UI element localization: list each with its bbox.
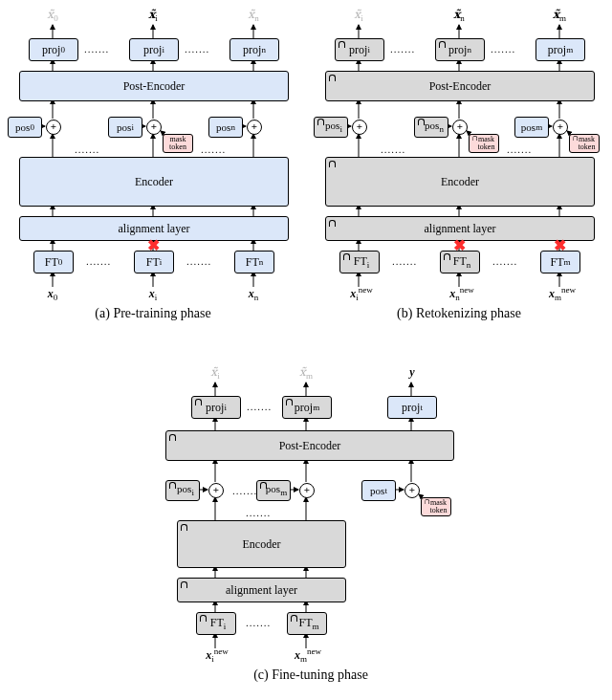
proj-i: proji (129, 38, 179, 61)
mask-token-t: mask token (421, 497, 451, 516)
panel-a: x̃0 x̃i x̃n proj0 ....... proji ....... … (0, 0, 306, 325)
xtilde-n: x̃n (239, 8, 268, 23)
y-out: y (403, 365, 422, 380)
x-0: x0 (40, 287, 65, 302)
ft-i: FTi (339, 251, 380, 273)
post-encoder: Post-Encoder (19, 71, 289, 101)
lock-icon (180, 523, 189, 537)
pos-t: post (361, 480, 396, 501)
encoder: Encoder (177, 520, 346, 568)
lock-icon (328, 160, 338, 174)
dots: ....... (246, 507, 271, 518)
lock-icon (328, 74, 338, 88)
dots: ....... (381, 143, 405, 155)
pos-i: posi (165, 480, 200, 501)
caption-c: (c) Fine-tuning phase (139, 667, 483, 683)
dots: ....... (246, 617, 271, 628)
mask-token-m: mask token (569, 134, 600, 153)
plus-i: + (208, 483, 224, 498)
plus-m: + (553, 120, 568, 135)
proj-n: projn (435, 38, 485, 61)
plus-i: + (352, 120, 367, 135)
x-i: xi (141, 287, 165, 302)
lock-icon (417, 119, 426, 131)
ft-n: FTn (234, 251, 274, 273)
lock-icon (438, 40, 448, 55)
proj-0: proj0 (29, 38, 78, 61)
dots: ....... (390, 43, 415, 55)
ft-m: FTm (540, 251, 580, 273)
cross-icon: ✖ (554, 238, 566, 253)
pos-n: posn (414, 117, 448, 138)
lock-icon (443, 252, 452, 267)
dots: ....... (247, 401, 272, 412)
plus-0: + (46, 120, 61, 135)
x-n: xn (241, 287, 266, 302)
encoder: Encoder (325, 157, 595, 207)
dots: ....... (86, 255, 111, 267)
dots: ....... (507, 143, 532, 155)
post-encoder: Post-Encoder (325, 71, 595, 101)
mask-token-i: mask token (163, 134, 193, 153)
proj-m: projm (282, 396, 332, 419)
xnew-i: xinew (342, 285, 381, 302)
xnew-n: xnnew (443, 285, 481, 302)
cross-icon: ✖ (147, 238, 160, 253)
proj-t: projt (387, 396, 437, 419)
ft-n: FTn (440, 251, 480, 273)
plus-n: + (452, 120, 468, 135)
proj-i: proji (335, 38, 384, 61)
dots: ....... (75, 143, 99, 155)
caption-b: (b) Retokenizing phase (306, 306, 612, 321)
panel-c: x̃i x̃m y proji ....... projm projt Post… (139, 344, 483, 689)
pos-i: posi (108, 117, 142, 138)
ft-i: FTi (134, 251, 174, 273)
ft-i: FTi (196, 612, 236, 635)
xtilde-i: x̃i (344, 8, 373, 23)
proj-m: projm (536, 38, 585, 61)
xtilde-n: x̃n (445, 8, 473, 23)
lock-icon (470, 135, 480, 146)
lock-icon (199, 614, 208, 628)
ft-0: FT0 (33, 251, 74, 273)
lock-icon (285, 398, 295, 412)
lock-icon (423, 498, 432, 510)
plus-i: + (146, 120, 162, 135)
xtilde-i: x̃i (201, 365, 230, 381)
ft-m: FTm (287, 612, 327, 635)
pos-i: posi (314, 117, 348, 138)
cross-icon: ✖ (453, 238, 466, 253)
lock-icon (328, 219, 338, 233)
pos-n: posn (208, 117, 243, 138)
dots: ....... (491, 43, 515, 55)
xtilde-0: x̃0 (38, 8, 67, 23)
dots: ....... (492, 255, 517, 267)
xtilde-i: x̃i (139, 8, 167, 23)
mask-token-n: mask token (469, 134, 499, 153)
alignment-layer: alignment layer (177, 578, 346, 602)
dots: ....... (84, 43, 109, 55)
lock-icon (317, 119, 326, 131)
xnew-m: xmnew (543, 285, 581, 302)
caption-a: (a) Pre-training phase (0, 306, 306, 321)
plus-t: + (404, 483, 420, 498)
dots: ....... (185, 43, 209, 55)
xtilde-m: x̃m (292, 365, 320, 381)
lock-icon (338, 40, 347, 55)
lock-icon (168, 433, 178, 448)
plus-n: + (247, 120, 262, 135)
dots: ....... (232, 485, 257, 496)
xnew-m: xmnew (289, 646, 327, 664)
proj-i: proji (191, 396, 241, 419)
plus-m: + (299, 483, 315, 498)
lock-icon (259, 482, 269, 494)
xnew-i: xinew (198, 646, 236, 664)
lock-icon (290, 614, 299, 628)
xtilde-m: x̃m (545, 8, 574, 23)
lock-icon (180, 580, 189, 595)
pos-m: posm (514, 117, 549, 138)
pos-m: posm (256, 480, 291, 501)
post-encoder: Post-Encoder (165, 430, 454, 461)
lock-icon (571, 135, 580, 146)
dots: ....... (392, 255, 417, 267)
